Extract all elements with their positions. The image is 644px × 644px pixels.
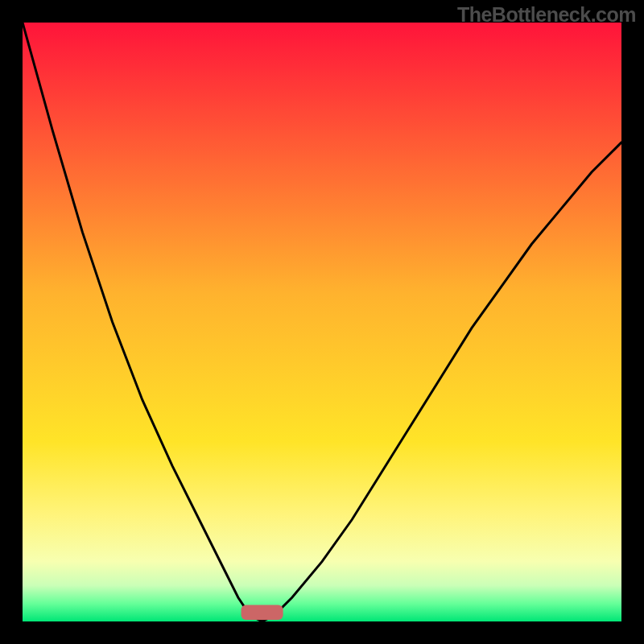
watermark-text: TheBottleneck.com — [457, 3, 636, 27]
optimal-marker — [242, 605, 283, 620]
bottleneck-chart — [23, 23, 621, 621]
chart-frame: TheBottleneck.com — [0, 0, 644, 644]
plot-area — [23, 23, 621, 621]
